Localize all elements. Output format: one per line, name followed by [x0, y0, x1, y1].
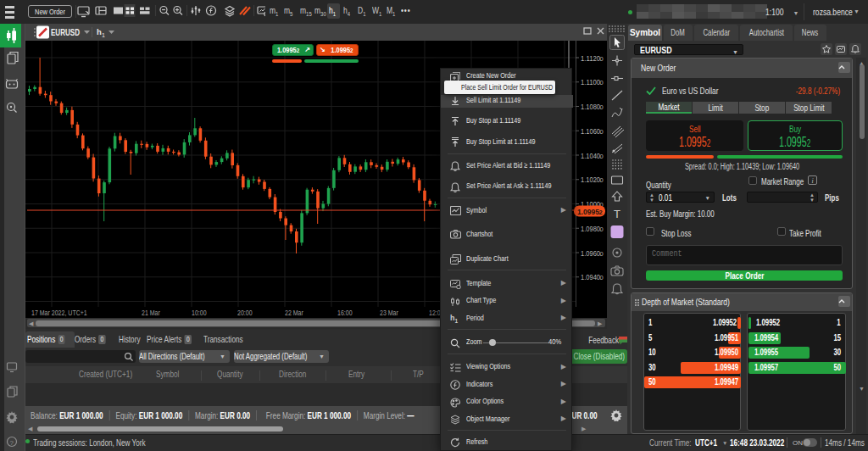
svg-text:1: 1 — [102, 32, 105, 38]
svg-text:1.1020: 1.1020 — [581, 175, 600, 184]
svg-text:0: 0 — [600, 250, 604, 258]
svg-text:1.0995: 1.0995 — [577, 207, 600, 216]
svg-text:?: ? — [10, 439, 14, 447]
svg-text:0: 0 — [600, 128, 604, 136]
svg-text:2: 2 — [599, 209, 603, 216]
svg-text:0: 0 — [600, 226, 604, 233]
svg-text:1.1080: 1.1080 — [581, 102, 600, 111]
svg-text:1.0960: 1.0960 — [581, 248, 600, 258]
svg-text:1.1120: 1.1120 — [581, 53, 600, 63]
svg-text:1.0980: 1.0980 — [581, 224, 600, 233]
svg-text:0: 0 — [600, 176, 604, 184]
svg-text:0: 0 — [600, 103, 604, 111]
svg-text:EURUSD: EURUSD — [51, 27, 80, 37]
svg-text:0: 0 — [600, 55, 604, 63]
svg-text:T: T — [614, 208, 620, 220]
svg-text:0: 0 — [600, 274, 604, 281]
svg-text:1.0940: 1.0940 — [581, 272, 600, 281]
svg-text:0: 0 — [600, 79, 604, 86]
svg-text:1.1060: 1.1060 — [581, 126, 600, 136]
svg-text:1.1100: 1.1100 — [581, 77, 600, 86]
svg-text:1.1040: 1.1040 — [581, 151, 600, 160]
svg-text:0: 0 — [600, 153, 604, 160]
